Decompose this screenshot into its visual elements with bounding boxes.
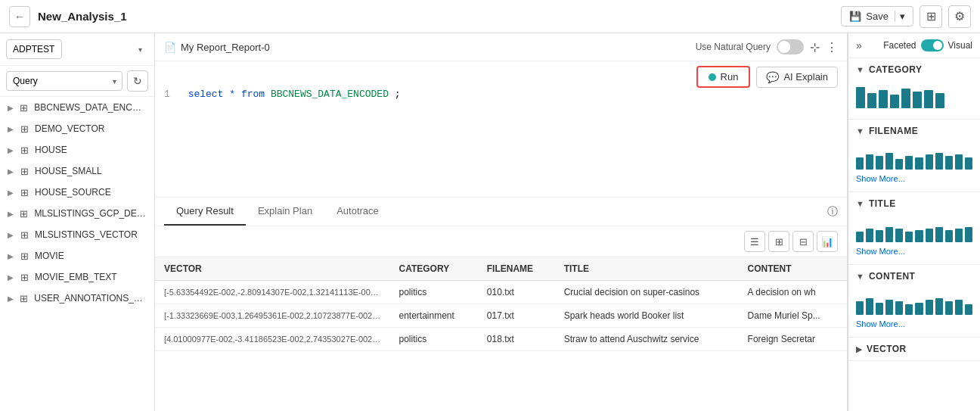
table-view-button[interactable]: ⊞: [768, 231, 789, 252]
list-view-button[interactable]: ☰: [744, 231, 765, 252]
cell-vector: [-5.63354492E-002,-2.80914307E-002,1.321…: [155, 281, 389, 304]
info-icon[interactable]: ⓘ: [827, 205, 838, 219]
ai-explain-label: AI Explain: [783, 71, 828, 83]
save-button[interactable]: 💾 Save ▾: [841, 6, 913, 26]
table-row[interactable]: [-1.33323669E-003,1.26495361E-002,2.1072…: [155, 304, 847, 328]
tab-autotrace[interactable]: Autotrace: [324, 198, 391, 226]
sidebar-item-movie[interactable]: ▶ ⊞ MOVIE: [0, 245, 154, 266]
sidebar-item-mlslistings-gcp[interactable]: ▶ ⊞ MLSLISTINGS_GCP_DEMO: [0, 203, 154, 224]
col-header-title: TITLE: [555, 257, 739, 281]
line-number: 1: [164, 89, 170, 100]
type-select-row: Query ↻: [0, 66, 154, 97]
table-row[interactable]: [-5.63354492E-002,-2.80914307E-002,1.321…: [155, 281, 847, 304]
table-row[interactable]: [4.01000977E-002,-3.41186523E-002,2.7435…: [155, 328, 847, 351]
cell-title: Spark heads world Booker list: [555, 304, 739, 328]
type-select-wrapper: Query: [6, 71, 122, 91]
title-bar-chart: [856, 220, 972, 242]
section-vector-header[interactable]: ▶ VECTOR: [848, 338, 980, 360]
section-vector-title: VECTOR: [867, 344, 907, 354]
cell-filename: 018.txt: [478, 328, 555, 351]
table-icon: ⊞: [18, 292, 29, 304]
bar: [895, 229, 903, 242]
section-title-header[interactable]: ▼ TITLE: [848, 192, 980, 215]
section-category: ▼ CATEGORY: [848, 58, 980, 120]
sidebar-item-mlslistings-vector[interactable]: ▶ ⊞ MLSLISTINGS_VECTOR: [0, 224, 154, 245]
sidebar-item-label: USER_ANNOTATIONS_USA: [34, 293, 147, 304]
table-header-row: VECTOR CATEGORY FILENAME TITLE CONTENT: [155, 257, 847, 281]
sidebar-item-house[interactable]: ▶ ⊞ HOUSE: [0, 139, 154, 160]
type-select[interactable]: Query: [6, 71, 122, 91]
settings-icon-button[interactable]: ⚙: [948, 5, 971, 28]
section-category-header[interactable]: ▼ CATEGORY: [848, 58, 980, 81]
center-panel: 📄 My Report_Report-0 Use Natural Query ⊹…: [155, 33, 848, 411]
sidebar-item-movie-emb-text[interactable]: ▶ ⊞ MOVIE_EMB_TEXT: [0, 266, 154, 288]
section-category-title: CATEGORY: [869, 64, 923, 75]
collapse-panel-icon[interactable]: »: [856, 39, 862, 51]
filename-show-more-link[interactable]: Show More...: [856, 174, 905, 183]
grid-icon-button[interactable]: ⊞: [920, 5, 942, 28]
cell-vector: [4.01000977E-002,-3.41186523E-002,2.7435…: [155, 328, 389, 351]
report-title-text: My Report_Report-0: [181, 42, 270, 53]
bar: [901, 89, 910, 108]
sidebar-item-bbcnews[interactable]: ▶ ⊞ BBCNEWS_DATA_ENCODE: [0, 97, 154, 118]
bar: [856, 301, 864, 315]
sql-select-keyword: select: [188, 89, 224, 100]
save-dropdown-arrow[interactable]: ▾: [895, 11, 905, 22]
bar: [885, 153, 893, 170]
top-bar: ← New_Analysis_1 💾 Save ▾ ⊞ ⚙: [0, 0, 980, 33]
sidebar-item-label: MLSLISTINGS_VECTOR: [35, 229, 138, 240]
columns-view-button[interactable]: ⊟: [792, 231, 814, 252]
report-header: 📄 My Report_Report-0 Use Natural Query ⊹…: [155, 33, 847, 61]
cell-filename: 017.txt: [478, 304, 555, 328]
sidebar-item-demo-vector[interactable]: ▶ ⊞ DEMO_VECTOR: [0, 118, 154, 139]
bar: [895, 301, 903, 315]
expand-arrow-icon: ▶: [8, 210, 14, 218]
bar: [924, 90, 933, 108]
table-icon: ⊞: [18, 186, 30, 198]
report-header-right: Use Natural Query ⊹ ⋮: [696, 39, 838, 54]
db-select[interactable]: ADPTEST: [6, 39, 62, 59]
content-show-more-link[interactable]: Show More...: [856, 319, 905, 328]
tab-explain-plan[interactable]: Explain Plan: [246, 198, 324, 226]
faceted-visual-toggle[interactable]: [921, 39, 944, 51]
bar: [926, 229, 933, 242]
cell-title: Straw to attend Auschwitz service: [555, 328, 739, 351]
section-content-header[interactable]: ▼ CONTENT: [848, 265, 980, 288]
filename-bar-chart: [856, 147, 972, 170]
bar: [876, 303, 883, 315]
bar: [866, 154, 873, 170]
tab-query-result[interactable]: Query Result: [164, 198, 246, 226]
cell-content: Dame Muriel Sp...: [739, 304, 847, 328]
ai-explain-button[interactable]: 💬 AI Explain: [756, 67, 838, 88]
expand-arrow-icon: ▶: [8, 125, 14, 133]
chart-view-button[interactable]: 📊: [817, 231, 838, 252]
bar: [913, 92, 922, 108]
section-content: ▼ CONTENT Show More.: [848, 265, 980, 338]
save-label: Save: [866, 11, 889, 22]
section-filename-header[interactable]: ▼ FILENAME: [848, 120, 980, 142]
natural-query-toggle[interactable]: [777, 39, 804, 54]
back-button[interactable]: ←: [9, 6, 30, 27]
section-title-label: TITLE: [869, 198, 896, 209]
bar: [885, 227, 893, 242]
bar: [935, 153, 943, 170]
report-file-icon: 📄: [164, 42, 176, 53]
chevron-down-icon: ▼: [856, 272, 864, 281]
sql-editor: Run 💬 AI Explain 1 select * from BBCNEWS…: [155, 61, 847, 198]
db-select-row: ADPTEST: [0, 33, 154, 66]
bar: [905, 232, 913, 242]
cell-content: A decision on wh: [739, 281, 847, 304]
run-button[interactable]: Run: [696, 66, 751, 88]
refresh-button[interactable]: ↻: [127, 70, 148, 92]
adjust-icon[interactable]: ⊹: [810, 40, 820, 54]
more-options-icon[interactable]: ⋮: [826, 40, 838, 54]
expand-arrow-icon: ▶: [8, 231, 14, 239]
sidebar-item-label: HOUSE_SMALL: [35, 166, 102, 176]
sidebar-item-house-source[interactable]: ▶ ⊞ HOUSE_SOURCE: [0, 182, 154, 203]
title-show-more-link[interactable]: Show More...: [856, 247, 905, 256]
sidebar-item-user-annotations[interactable]: ▶ ⊞ USER_ANNOTATIONS_USA: [0, 288, 154, 309]
panel-view-toggles: Faceted Visual: [883, 39, 972, 51]
expand-arrow-icon: ▶: [8, 167, 14, 176]
sidebar-item-house-small[interactable]: ▶ ⊞ HOUSE_SMALL: [0, 160, 154, 182]
result-toolbar: ☰ ⊞ ⊟ 📊: [155, 226, 847, 257]
